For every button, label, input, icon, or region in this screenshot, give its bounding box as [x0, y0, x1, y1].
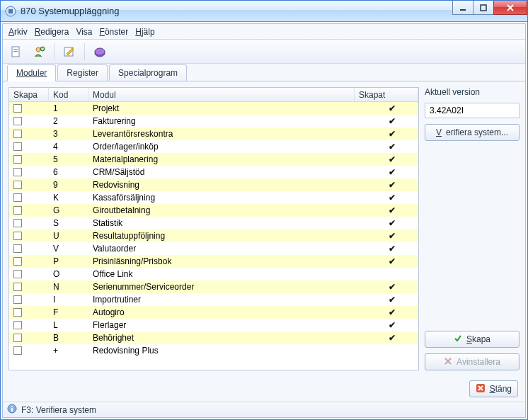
close-dialog-button[interactable]: Stäng [469, 380, 518, 397]
cell-modul: Giroutbetalning [88, 204, 366, 217]
cell-kod: L [49, 319, 88, 331]
verify-system-button[interactable]: Verifiera system... [425, 124, 520, 141]
row-checkbox[interactable] [13, 206, 22, 215]
col-header-skapa[interactable]: Skapa [9, 88, 49, 101]
table-row[interactable]: VValutaorder✔ [9, 242, 418, 255]
minimize-button[interactable] [452, 1, 474, 15]
tab-moduler[interactable]: Moduler [7, 64, 56, 81]
row-checkbox[interactable] [13, 308, 22, 317]
maximize-button[interactable] [473, 1, 494, 15]
tool-help-icon[interactable] [91, 42, 109, 61]
content-area: Skapa Kod Modul Skapat 1Projekt✔2Fakture… [3, 81, 525, 376]
row-checkbox[interactable] [13, 130, 22, 138]
tool-edit-icon[interactable] [60, 42, 79, 61]
table-row[interactable]: LFlerlager✔ [9, 319, 418, 331]
svg-point-7 [36, 47, 40, 52]
table-row[interactable]: UResultatuppföljning✔ [9, 229, 418, 242]
table-row[interactable]: 5Materialplanering✔ [9, 153, 418, 166]
cell-skapat: ✔ [366, 306, 418, 319]
table-row[interactable]: KKassaförsäljning✔ [9, 191, 418, 204]
close-button[interactable] [493, 1, 527, 15]
menu-fonster[interactable]: Fönster [100, 27, 129, 37]
cell-skapat: ✔ [366, 331, 418, 344]
table-row[interactable]: PPrisinläsning/Prisbok✔ [9, 255, 418, 268]
cell-skapat: ✔ [366, 255, 418, 268]
table-row[interactable]: GGiroutbetalning✔ [9, 204, 418, 217]
row-checkbox[interactable] [13, 283, 22, 291]
row-checkbox[interactable] [13, 244, 22, 253]
window-title: 870 Systemuppläggning [21, 6, 453, 16]
table-row[interactable]: NSerienummer/Serviceorder✔ [9, 280, 418, 293]
row-checkbox[interactable] [13, 117, 22, 125]
row-checkbox[interactable] [13, 321, 22, 329]
tool-add-user-icon[interactable] [30, 42, 48, 61]
table-row[interactable]: 4Order/lager/inköp✔ [9, 140, 418, 153]
cell-modul: Projekt [88, 102, 366, 115]
menu-hjalp[interactable]: Hjälp [135, 27, 154, 37]
table-row[interactable]: 1Projekt✔ [9, 102, 418, 115]
col-header-modul[interactable]: Modul [88, 88, 355, 101]
row-checkbox[interactable] [13, 155, 22, 164]
check-icon: ✔ [389, 244, 396, 254]
table-row[interactable]: 6CRM/Säljstöd✔ [9, 166, 418, 178]
row-checkbox[interactable] [13, 104, 22, 113]
row-checkbox[interactable] [13, 346, 22, 355]
avinstallera-button: Avinstallera [425, 353, 520, 370]
tabbar: Moduler Register Specialprogram [3, 64, 525, 81]
cell-modul: Fakturering [88, 115, 366, 127]
row-checkbox[interactable] [13, 334, 22, 342]
table-row[interactable]: 9Redovisning✔ [9, 178, 418, 191]
tab-specialprogram[interactable]: Specialprogram [109, 64, 187, 81]
col-header-skapat[interactable]: Skapat [355, 88, 418, 101]
row-checkbox[interactable] [13, 168, 22, 176]
module-grid: Skapa Kod Modul Skapat 1Projekt✔2Fakture… [8, 87, 419, 370]
cell-skapat [366, 344, 418, 357]
cell-skapat: ✔ [366, 217, 418, 229]
cell-kod: U [49, 229, 88, 242]
cell-skapat: ✔ [366, 280, 418, 293]
cell-skapat [366, 268, 418, 280]
cell-kod: 2 [49, 115, 88, 127]
row-checkbox[interactable] [13, 257, 22, 266]
cell-kod: G [49, 204, 88, 217]
row-checkbox[interactable] [13, 219, 22, 227]
cell-skapat: ✔ [366, 178, 418, 191]
svg-rect-1 [8, 9, 13, 13]
table-row[interactable]: 2Fakturering✔ [9, 115, 418, 127]
skapa-button[interactable]: Skapa [425, 331, 520, 348]
table-row[interactable]: 3Leverantörsreskontra✔ [9, 127, 418, 140]
tab-register[interactable]: Register [57, 64, 108, 81]
bottom-bar: Stäng [3, 376, 525, 402]
table-row[interactable]: BBehörighet✔ [9, 331, 418, 344]
row-checkbox[interactable] [13, 181, 22, 189]
cell-modul: Prisinläsning/Prisbok [88, 255, 366, 268]
row-checkbox[interactable] [13, 232, 22, 240]
check-icon: ✔ [389, 231, 396, 241]
cell-modul: Serienummer/Serviceorder [88, 280, 366, 293]
row-checkbox[interactable] [13, 270, 22, 278]
row-checkbox[interactable] [13, 142, 22, 151]
table-row[interactable]: +Redovisning Plus [9, 344, 418, 357]
check-icon: ✔ [389, 167, 396, 177]
table-row[interactable]: OOffice Link [9, 268, 418, 280]
cell-kod: 1 [49, 102, 88, 115]
cell-skapat: ✔ [366, 166, 418, 178]
row-checkbox[interactable] [13, 295, 22, 304]
table-row[interactable]: FAutogiro✔ [9, 306, 418, 319]
table-row[interactable]: SStatistik✔ [9, 217, 418, 229]
menu-arkiv[interactable]: Arkiv [8, 27, 28, 37]
row-checkbox[interactable] [13, 193, 22, 202]
cell-skapat: ✔ [366, 140, 418, 153]
cell-kod: S [49, 217, 88, 229]
table-row[interactable]: IImportrutiner✔ [9, 293, 418, 306]
col-header-kod[interactable]: Kod [49, 88, 88, 101]
window-buttons [453, 1, 527, 21]
check-icon: ✔ [389, 307, 396, 317]
cell-kod: 5 [49, 153, 88, 166]
cell-modul: Flerlager [88, 319, 366, 331]
menu-visa[interactable]: Visa [76, 27, 92, 37]
tool-new-document-icon[interactable] [7, 42, 25, 61]
statusbar: F3: Verifiera system [3, 402, 525, 417]
grid-body[interactable]: 1Projekt✔2Fakturering✔3Leverantörsreskon… [9, 102, 418, 370]
menu-redigera[interactable]: Redigera [35, 27, 69, 37]
